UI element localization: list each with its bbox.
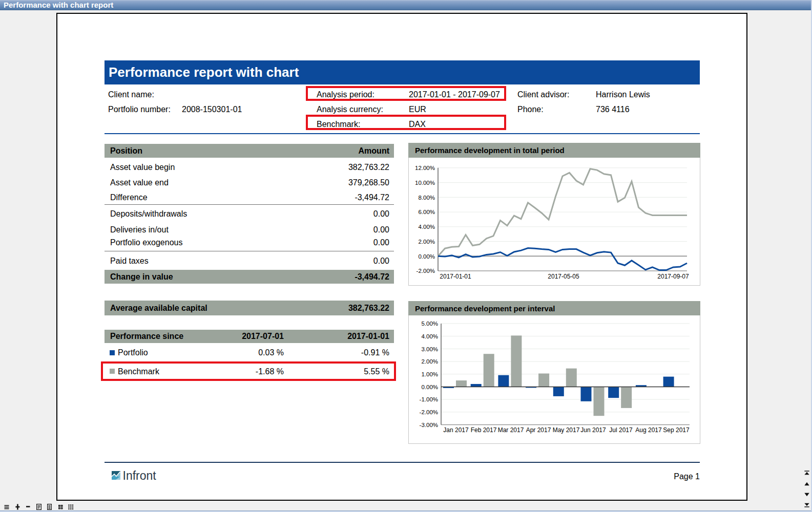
svg-text:2017-05-05: 2017-05-05	[548, 273, 579, 280]
svg-text:3.00%: 3.00%	[421, 346, 438, 352]
svg-text:Jun 2017: Jun 2017	[580, 426, 606, 434]
svg-text:4.00%: 4.00%	[421, 333, 438, 339]
svg-text:4.00%: 4.00%	[418, 224, 435, 230]
svg-text:2.00%: 2.00%	[421, 358, 438, 365]
svg-text:6.00%: 6.00%	[418, 209, 435, 215]
svg-text:0.00%: 0.00%	[421, 384, 438, 390]
svg-text:Jan 2017: Jan 2017	[443, 426, 469, 434]
svg-text:8.00%: 8.00%	[418, 195, 435, 201]
svg-text:1.00%: 1.00%	[421, 371, 438, 377]
svg-text:2017-09-07: 2017-09-07	[657, 273, 689, 280]
svg-text:2017-01-01: 2017-01-01	[440, 273, 471, 280]
svg-text:-2.00%: -2.00%	[420, 409, 438, 415]
svg-text:-1.00%: -1.00%	[420, 396, 438, 402]
svg-text:Sep 2017: Sep 2017	[663, 426, 690, 434]
svg-text:Aug 2017: Aug 2017	[635, 426, 662, 434]
svg-text:Apr 2017: Apr 2017	[526, 426, 551, 434]
svg-text:Feb 2017: Feb 2017	[471, 426, 497, 434]
svg-text:0.00%: 0.00%	[418, 253, 435, 260]
svg-text:10.00%: 10.00%	[415, 180, 435, 186]
svg-text:May 2017: May 2017	[553, 426, 580, 434]
svg-text:5.00%: 5.00%	[421, 321, 438, 327]
svg-text:-2.00%: -2.00%	[417, 268, 435, 274]
svg-text:Mar 2017: Mar 2017	[498, 426, 524, 434]
svg-text:2.00%: 2.00%	[418, 239, 435, 245]
svg-text:-3.00%: -3.00%	[420, 422, 438, 428]
svg-text:12.00%: 12.00%	[415, 165, 435, 171]
svg-text:Jul 2017: Jul 2017	[609, 426, 633, 434]
svg-text:Infront: Infront	[123, 470, 157, 482]
